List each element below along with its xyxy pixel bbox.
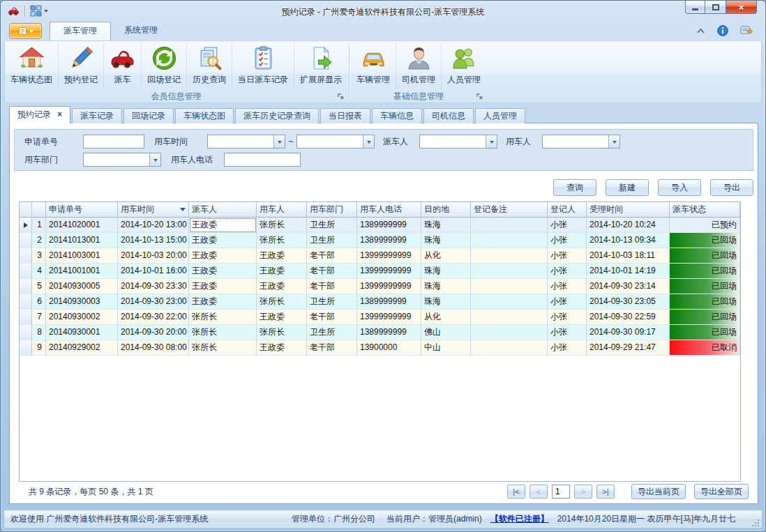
cell-user[interactable]: 张所长 <box>257 218 307 233</box>
column-header-user[interactable]: 用车人 <box>257 202 307 218</box>
next-page-button[interactable]: > <box>574 485 592 499</box>
cell-destination[interactable]: 珠海 <box>421 233 471 248</box>
cell-status[interactable]: 已回场 <box>670 248 740 264</box>
dept-select[interactable] <box>83 153 161 167</box>
import-button[interactable]: 导入 <box>658 179 701 196</box>
dialog-launcher-icon[interactable] <box>336 92 345 100</box>
resize-grip[interactable] <box>751 518 760 528</box>
cell-use_time[interactable]: 2014-09-30 08:00 <box>118 340 189 356</box>
cell-use_time[interactable]: 2014-09-30 23:30 <box>118 279 189 294</box>
cell-status[interactable]: 已回场 <box>670 294 740 310</box>
cell-use_time[interactable]: 2014-09-30 23:00 <box>118 294 189 310</box>
table-row-6[interactable]: 6201409300032014-09-30 23:00王政委张所长卫生所138… <box>20 294 740 310</box>
cell-order_no[interactable]: 20141020001 <box>46 218 118 233</box>
cell-destination[interactable]: 中山 <box>421 340 471 356</box>
ribbon-tab-0[interactable]: 派车管理 <box>50 22 111 40</box>
cell-use_time[interactable]: 2014-09-30 22:00 <box>118 310 189 325</box>
cell-accept_time[interactable]: 2014-10-13 09:34 <box>587 233 670 248</box>
cell-user[interactable]: 张所长 <box>257 325 307 340</box>
table-row-4[interactable]: 4201410010012014-10-01 16:00王政委王政委老干部139… <box>20 264 740 279</box>
cell-order_no[interactable]: 20141003001 <box>46 248 118 264</box>
cell-user[interactable]: 张所长 <box>257 294 307 310</box>
cell-phone[interactable]: 13999999999 <box>357 310 421 325</box>
table-row-9[interactable]: 9201409290022014-09-30 08:00张所长王政委老干部139… <box>20 340 740 356</box>
doc-tab-7[interactable]: 司机信息 <box>423 108 474 123</box>
cell-user[interactable]: 张所长 <box>257 233 307 248</box>
cell-dept[interactable]: 卫生所 <box>307 294 357 310</box>
driver-manage-button[interactable]: 司机管理 <box>396 43 442 90</box>
cell-accept_time[interactable]: 2014-09-30 09:17 <box>587 325 670 340</box>
column-header-registrar[interactable]: 登记人 <box>548 202 587 218</box>
cell-status[interactable]: 已取消 <box>670 340 740 356</box>
vehicle-status-map-button[interactable]: 车辆状态图 <box>5 43 59 90</box>
cell-phone[interactable]: 13999999999 <box>357 279 421 294</box>
cell-dispatcher[interactable]: 王政委 <box>189 233 257 248</box>
table-row-7[interactable]: 7201409300022014-09-30 22:00张所长王政委老干部139… <box>20 310 740 325</box>
doc-tab-4[interactable]: 派车历史记录查询 <box>235 108 319 123</box>
cell-dispatcher[interactable]: 王政委 <box>189 248 257 264</box>
cell-phone[interactable]: 13900000 <box>357 340 421 356</box>
use-time-to-select[interactable] <box>296 135 375 149</box>
last-page-button[interactable]: >| <box>596 485 615 499</box>
cell-registrar[interactable]: 小张 <box>548 218 587 233</box>
cell-dispatcher[interactable]: 王政委 <box>189 218 257 233</box>
cell-remark[interactable] <box>471 325 548 340</box>
table-row-5[interactable]: 5201409300052014-09-30 23:30王政委王政委老干部139… <box>20 279 740 294</box>
cell-remark[interactable] <box>471 340 548 356</box>
application-menu-button[interactable] <box>9 23 42 39</box>
column-header-dept[interactable]: 用车部门 <box>307 202 357 218</box>
cell-accept_time[interactable]: 2014-09-30 23:14 <box>587 279 670 294</box>
cell-use_time[interactable]: 2014-10-20 13:00 <box>118 218 189 233</box>
info-icon[interactable] <box>717 25 728 36</box>
cell-destination[interactable]: 从化 <box>421 310 471 325</box>
table-row-8[interactable]: 8201409300012014-09-30 20:00张所长张所长卫生所138… <box>20 325 740 340</box>
cell-use_time[interactable]: 2014-10-13 15:00 <box>118 233 189 248</box>
first-page-button[interactable]: |< <box>507 485 525 499</box>
cell-user[interactable]: 王政委 <box>257 279 307 294</box>
cell-order_no[interactable]: 20140930003 <box>46 294 118 310</box>
cell-dispatcher[interactable]: 王政委 <box>189 294 257 310</box>
quick-layout-button[interactable] <box>30 5 48 17</box>
cell-destination[interactable]: 珠海 <box>421 264 471 279</box>
cell-remark[interactable] <box>471 264 548 279</box>
table-row-2[interactable]: 2201410130012014-10-13 15:00王政委张所长卫生所138… <box>20 233 740 248</box>
cell-remark[interactable] <box>471 218 548 233</box>
close-button[interactable]: × <box>726 1 757 14</box>
cell-phone[interactable]: 1389999999 <box>357 233 421 248</box>
extended-screen-display-button[interactable]: 扩展屏显示 <box>294 43 347 90</box>
export-button[interactable]: 导出 <box>710 179 753 196</box>
cell-phone[interactable]: 1389999999 <box>357 325 421 340</box>
cell-remark[interactable] <box>471 248 548 264</box>
chevron-down-icon[interactable] <box>273 135 285 148</box>
cell-dept[interactable]: 老干部 <box>307 279 357 294</box>
cell-dept[interactable]: 老干部 <box>307 310 357 325</box>
table-row-3[interactable]: 3201410030012014-10-03 20:00王政委王政委老干部139… <box>20 248 740 264</box>
cell-registrar[interactable]: 小张 <box>548 279 587 294</box>
cell-registrar[interactable]: 小张 <box>548 248 587 264</box>
cell-order_no[interactable]: 20140930001 <box>46 325 118 340</box>
personnel-manage-button[interactable]: 人员管理 <box>442 43 486 90</box>
dispatch-button[interactable]: 派车 <box>104 43 142 90</box>
cell-registrar[interactable]: 小张 <box>548 340 587 356</box>
cell-dept[interactable]: 老干部 <box>307 264 357 279</box>
maximize-button[interactable] <box>705 1 726 14</box>
doc-tab-5[interactable]: 当日报表 <box>320 108 370 123</box>
cell-destination[interactable]: 珠海 <box>421 279 471 294</box>
titlebar[interactable]: 预约记录 - 广州爱奇迪软件科技有限公司-派车管理系统 × <box>1 1 765 22</box>
cell-user[interactable]: 王政委 <box>257 248 307 264</box>
cell-accept_time[interactable]: 2014-09-30 23:05 <box>587 294 670 310</box>
cell-accept_time[interactable]: 2014-10-01 14:19 <box>587 264 670 279</box>
cell-registrar[interactable]: 小张 <box>548 294 587 310</box>
cell-order_no[interactable]: 20141013001 <box>46 233 118 248</box>
phone-input[interactable] <box>224 153 301 167</box>
doc-tab-0[interactable]: 预约记录× <box>9 106 70 123</box>
cell-order_no[interactable]: 20140930002 <box>46 310 118 325</box>
cell-order_no[interactable]: 20140929002 <box>46 340 118 356</box>
export-all-pages-button[interactable]: 导出全部页 <box>694 484 749 499</box>
cell-status[interactable]: 已回场 <box>670 233 740 248</box>
cell-registrar[interactable]: 小张 <box>548 264 587 279</box>
cell-user[interactable]: 王政委 <box>257 340 307 356</box>
chevron-down-icon[interactable] <box>363 135 374 148</box>
reservation-register-button[interactable]: 预约登记 <box>59 43 104 90</box>
column-header-remark[interactable]: 登记备注 <box>471 202 548 218</box>
